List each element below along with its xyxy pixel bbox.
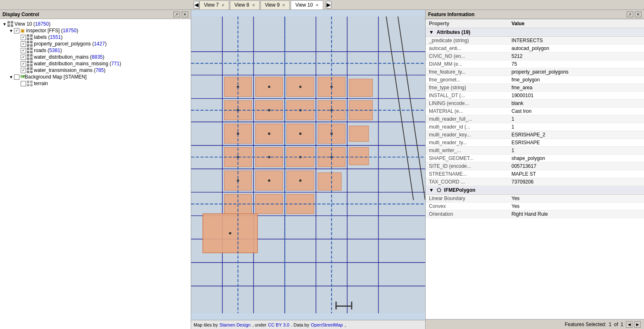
- attribute-row: multi_reader_ty... ESRISHAPE: [426, 139, 644, 147]
- left-panel-float-btn[interactable]: ↗: [173, 12, 180, 17]
- map-footer-link2[interactable]: CC BY 3.0: [268, 322, 289, 327]
- map-footer-text1: Map tiles by: [194, 322, 218, 327]
- tree-layer-name: water_distribution_mains_missing (: [34, 61, 111, 67]
- right-panel-float-btn[interactable]: ↗: [627, 12, 633, 17]
- left-panel-controls: ↗ ✕: [173, 12, 188, 17]
- layer-grid-icon: [27, 67, 33, 73]
- svg-rect-75: [318, 173, 341, 191]
- attributes-table: Property Value ▼ Attributes (19) _predic…: [426, 19, 644, 218]
- left-panel-close-btn[interactable]: ✕: [182, 12, 188, 17]
- svg-rect-8: [27, 41, 29, 43]
- right-panel-close-btn[interactable]: ✕: [635, 12, 642, 17]
- footer-prev-btn[interactable]: ◀: [626, 321, 632, 328]
- attribute-row: MATERIAL (e... Cast Iron: [426, 107, 644, 115]
- tab-close-view8[interactable]: ✕: [252, 3, 255, 7]
- map-footer-text2: , under: [252, 322, 266, 327]
- footer-next-btn[interactable]: ▶: [634, 321, 641, 328]
- ifme-label: IFMEPolygon: [444, 187, 476, 193]
- attr-property: fme_geomet...: [426, 76, 508, 84]
- tab-prev-btn[interactable]: ◀: [194, 1, 199, 9]
- tree-root-label-end: ): [49, 21, 50, 27]
- tree-layer-link[interactable]: 1427: [94, 41, 105, 47]
- attr-property: multi_writer_...: [426, 147, 508, 155]
- tab-close-view7[interactable]: ✕: [221, 3, 225, 7]
- tree-layer-name: water_transmission_mains (: [34, 67, 95, 73]
- attributes-section-header: ▼ Attributes (19): [426, 28, 644, 37]
- svg-rect-1: [11, 21, 13, 24]
- svg-rect-10: [27, 44, 29, 47]
- tree-layer-name: property_parcel_polygons (: [34, 41, 94, 47]
- tree-layer-link[interactable]: 8835: [92, 54, 103, 60]
- svg-rect-26: [27, 71, 29, 73]
- attributes-label: Attributes (19): [437, 29, 470, 35]
- map-footer-link1[interactable]: Stamen Design: [220, 322, 251, 327]
- svg-rect-2: [7, 24, 10, 27]
- svg-rect-56: [349, 79, 373, 97]
- ifme-toggle[interactable]: ▼: [429, 187, 434, 193]
- ifme-value: Right Hand Rule: [508, 210, 644, 218]
- attr-property: STREETNAME...: [426, 170, 508, 178]
- attr-value: 73709206: [508, 178, 644, 186]
- tree-background-label: Background Map [STAMEN]: [25, 74, 87, 80]
- tree-layer-checkbox[interactable]: [21, 68, 26, 73]
- features-selected-label: Features Selected:: [565, 322, 606, 327]
- tree-root-link[interactable]: 18750: [35, 21, 49, 27]
- tree-layer-checkbox[interactable]: [21, 41, 26, 47]
- tree-background-checkbox[interactable]: [14, 74, 19, 80]
- tree-background-item: ▼ 🗺 Background Map [STAMEN]: [2, 74, 189, 80]
- tree-content: ▼ View 10 ( 18750 ) ▼ ▣ inspector [FFS] …: [0, 19, 191, 329]
- tree-layer-link[interactable]: 5381: [49, 48, 60, 53]
- tree-background-expand[interactable]: ▼: [8, 74, 14, 80]
- tree-root-label: View 10 (: [14, 21, 35, 27]
- right-footer: Features Selected: 1 of 1 ◀ ▶: [426, 319, 644, 329]
- map-area[interactable]: [191, 10, 425, 320]
- map-footer-link3[interactable]: OpenStreetMap: [311, 322, 343, 327]
- left-panel-header: Display Control ↗ ✕: [0, 10, 191, 19]
- ifme-property: Orientation: [426, 210, 508, 218]
- tab-view8[interactable]: View 8 ✕: [230, 0, 260, 10]
- tree-layer-checkbox[interactable]: [21, 55, 26, 60]
- tab-close-view9[interactable]: ✕: [282, 3, 285, 7]
- svg-point-81: [268, 86, 270, 88]
- tree-inspector-link[interactable]: 18750: [63, 28, 76, 33]
- tree-inspector-item: ▼ ▣ inspector [FFS] ( 18750 ): [2, 27, 189, 34]
- attr-value: property_parcel_polygons: [508, 68, 644, 76]
- tree-layer-checkbox[interactable]: [21, 35, 26, 40]
- attributes-toggle[interactable]: ▼: [429, 29, 434, 35]
- tree-layer-checkbox[interactable]: [21, 61, 26, 67]
- attribute-row: autocad_enti... autocad_polygon: [426, 45, 644, 52]
- attribute-row: TAX_COORD ... 73709206: [426, 178, 644, 186]
- tab-view9[interactable]: View 9 ✕: [260, 0, 290, 10]
- svg-rect-31: [30, 84, 33, 86]
- attr-property: fme_feature_ty...: [426, 68, 508, 76]
- tab-next-btn[interactable]: ▶: [326, 1, 331, 9]
- tree-layer-link[interactable]: 771: [111, 61, 119, 67]
- attr-property: multi_reader_full_...: [426, 115, 508, 123]
- attr-property: MATERIAL (e...: [426, 107, 508, 115]
- attr-value: shape_polygon: [508, 155, 644, 162]
- attr-value: ESRISHAPE: [508, 139, 644, 147]
- attribute-row: LINING (encode... blank: [426, 100, 644, 107]
- tree-inspector-checkbox[interactable]: [14, 28, 19, 33]
- layer-list: labels ( 1551 ) property_parcel_polygons…: [2, 34, 189, 74]
- tree-layer-link[interactable]: 1551: [50, 34, 61, 40]
- tree-layer-checkbox[interactable]: [21, 48, 26, 53]
- attribute-row: fme_type (string) fme_area: [426, 84, 644, 92]
- attr-value: 19000101: [508, 92, 644, 100]
- attribute-row: fme_feature_ty... property_parcel_polygo…: [426, 68, 644, 76]
- svg-rect-109: [351, 302, 352, 310]
- tree-inspector-expand[interactable]: ▼: [8, 28, 14, 33]
- ifme-property: Linear Boundary: [426, 195, 508, 203]
- attr-value: Cast Iron: [508, 107, 644, 115]
- tab-close-view10[interactable]: ✕: [315, 3, 319, 7]
- tab-view7[interactable]: View 7 ✕: [199, 0, 229, 10]
- tree-root-expand[interactable]: ▼: [2, 21, 7, 27]
- tree-layer-item: water_distribution_mains_missing ( 771 ): [2, 60, 189, 67]
- tree-layer-link[interactable]: 785: [95, 67, 104, 73]
- attr-value: 1: [508, 123, 644, 131]
- right-panel: Feature Information ↗ ✕ Property Value: [425, 10, 644, 329]
- tree-layer-item: labels ( 1551 ): [2, 34, 189, 41]
- tree-terrain-checkbox[interactable]: [21, 81, 26, 86]
- tree-layer-item: water_distribution_mains ( 8835 ): [2, 54, 189, 60]
- tab-view10[interactable]: View 10 ✕: [291, 0, 323, 10]
